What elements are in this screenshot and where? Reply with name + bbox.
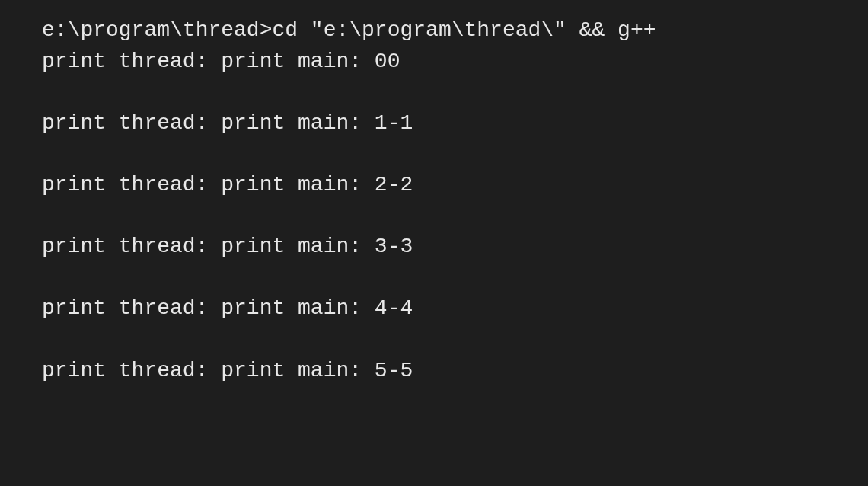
output-line: print thread: print main: 4-4 [42, 293, 868, 325]
output-line: print thread: print main: 5-5 [42, 356, 868, 387]
output-line: print thread: print main: 3-3 [42, 232, 868, 263]
output-line [42, 139, 868, 170]
output-line [42, 325, 868, 356]
terminal-output[interactable]: e:\program\thread>cd "e:\program\thread\… [42, 15, 868, 386]
output-line [42, 201, 868, 232]
output-line: print thread: print main: 2-2 [42, 170, 868, 201]
command-prompt-line: e:\program\thread>cd "e:\program\thread\… [42, 15, 868, 46]
output-line: print thread: print main: 1-1 [42, 108, 868, 139]
output-line [42, 77, 868, 108]
output-line [42, 263, 868, 294]
output-line: print thread: print main: 00 [42, 46, 868, 78]
